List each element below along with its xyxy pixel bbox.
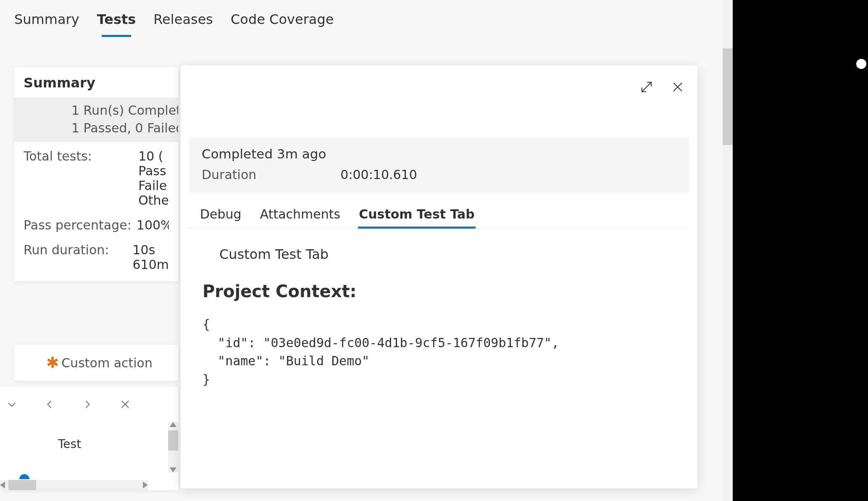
test-nav-panel: Test [0, 387, 178, 490]
primary-tabs: Summary Tests Releases Code Coverage [14, 11, 334, 46]
test-nav-horizontal-scrollbar[interactable] [0, 480, 148, 490]
test-nav-h-thumb[interactable] [8, 480, 36, 490]
total-tests-other: Othe [138, 193, 169, 208]
tab-attachments[interactable]: Attachments [259, 200, 342, 228]
tab-summary[interactable]: Summary [14, 11, 79, 46]
close-icon[interactable] [116, 395, 134, 414]
pass-pct-value: 100% [137, 218, 169, 232]
run-duration-label: Run duration: [24, 243, 109, 257]
test-nav-vertical-scrollbar[interactable] [168, 422, 178, 472]
chevron-down-icon[interactable] [3, 395, 21, 414]
total-tests-fail: Faile [138, 178, 169, 193]
project-context-json: { "id": "03e0ed9d-fc00-4d1b-9cf5-167f09b… [203, 315, 676, 388]
run-duration-value-2: 610m [133, 257, 169, 272]
duration-label: Duration [202, 167, 256, 182]
summary-title: Summary [14, 67, 178, 98]
summary-runs-line2: 1 Passed, 0 Failed [71, 119, 169, 137]
decorative-dot [856, 59, 866, 69]
summary-runs-line1: 1 Run(s) Complet [71, 102, 169, 119]
asterisk-icon: ✱ [46, 355, 59, 370]
close-icon[interactable] [670, 79, 686, 95]
next-icon[interactable] [78, 395, 97, 414]
custom-action-card[interactable]: ✱ Custom action [14, 345, 178, 381]
svg-line-2 [642, 82, 652, 92]
custom-action-label: Custom action [61, 356, 153, 370]
tab-code-coverage[interactable]: Code Coverage [231, 11, 334, 46]
detail-meta: Completed 3m ago Duration 0:00:10.610 [189, 138, 689, 192]
project-context-heading: Project Context: [203, 282, 676, 301]
completed-text: Completed 3m ago [202, 146, 676, 161]
total-tests-label: Total tests: [24, 149, 92, 163]
page-scrollbar[interactable] [723, 0, 733, 501]
pass-pct-label: Pass percentage: [24, 218, 132, 232]
tab-tests[interactable]: Tests [97, 11, 136, 46]
fullscreen-icon[interactable] [639, 79, 655, 95]
prev-icon[interactable] [40, 395, 59, 414]
tab-debug[interactable]: Debug [199, 200, 242, 228]
total-tests-value: 10 ( [138, 149, 169, 163]
detail-content: Custom Test Tab Project Context: { "id":… [189, 234, 689, 388]
page-scrollbar-thumb[interactable] [723, 48, 733, 145]
test-radio-indicator [19, 474, 29, 479]
tab-custom-test-tab[interactable]: Custom Test Tab [358, 200, 476, 228]
custom-tab-title: Custom Test Tab [219, 246, 676, 262]
summary-card: Summary 1 Run(s) Complet 1 Passed, 0 Fai… [14, 67, 178, 281]
test-detail-panel: Completed 3m ago Duration 0:00:10.610 De… [181, 66, 697, 488]
run-duration-value-1: 10s [133, 243, 169, 257]
detail-tabs: Debug Attachments Custom Test Tab [189, 200, 689, 229]
app-area: Summary Tests Releases Code Coverage Sum… [0, 0, 733, 501]
summary-runs-block: 1 Run(s) Complet 1 Passed, 0 Failed [14, 98, 178, 142]
total-tests-pass: Pass [138, 163, 169, 178]
test-nav-label: Test [0, 437, 178, 451]
tab-releases[interactable]: Releases [153, 11, 213, 46]
test-nav-v-thumb[interactable] [168, 430, 178, 451]
duration-value: 0:00:10.610 [340, 167, 417, 182]
